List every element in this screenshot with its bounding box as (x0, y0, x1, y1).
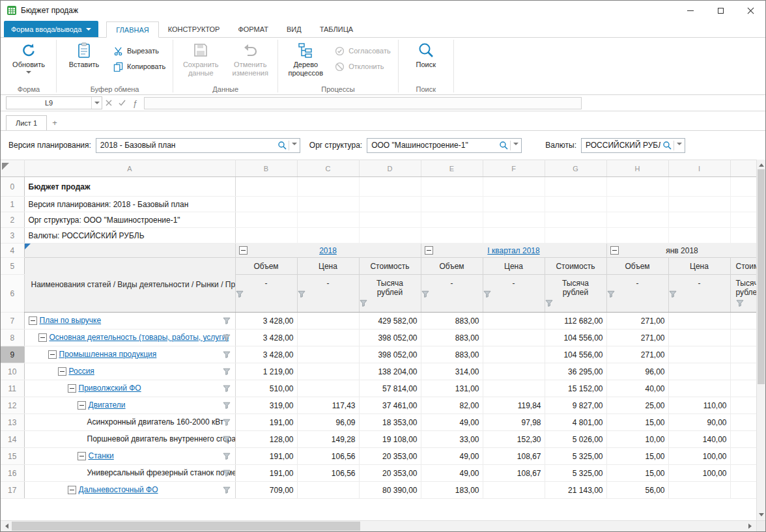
filter-icon[interactable] (223, 351, 231, 358)
insert-function-icon[interactable]: ƒ (128, 98, 141, 108)
data-cell[interactable]: 5 026,00 (545, 431, 606, 448)
search-button[interactable]: Поиск (402, 40, 450, 81)
data-cell[interactable]: 15,00 (606, 465, 668, 482)
data-cell[interactable]: 36 295,00 (545, 363, 606, 380)
paste-button[interactable]: Вставить (60, 40, 108, 81)
data-cell[interactable] (730, 482, 758, 499)
column-header-A[interactable]: A (24, 160, 235, 177)
approve-button[interactable]: Согласовать (331, 44, 394, 57)
collapse-icon[interactable] (425, 246, 433, 255)
empty-cell[interactable] (235, 228, 297, 244)
filter-icon[interactable] (223, 317, 231, 324)
empty-cell[interactable] (359, 228, 421, 244)
grid-corner-cell[interactable] (1, 160, 24, 177)
data-cell[interactable]: 149,28 (297, 431, 359, 448)
data-cell[interactable]: 106,56 (297, 465, 359, 482)
data-cell[interactable] (730, 363, 758, 380)
filter-icon[interactable] (669, 290, 730, 298)
period-group-label[interactable]: I квартал 2018 (487, 246, 539, 255)
empty-cell[interactable] (235, 212, 297, 228)
data-cell[interactable] (668, 380, 730, 397)
data-cell[interactable] (483, 363, 545, 380)
data-cell[interactable] (730, 346, 758, 363)
cancel-icon[interactable] (102, 100, 115, 106)
unit-header[interactable]: - (235, 275, 297, 313)
filter-icon[interactable] (298, 290, 359, 298)
filter-icon[interactable] (736, 300, 758, 307)
report-title-cell[interactable]: Бюджет продаж (24, 177, 235, 197)
tab-constructor[interactable]: КОНСТРУКТОР (159, 21, 229, 37)
collapse-icon[interactable] (78, 401, 86, 410)
row-label-cell[interactable]: Двигатели (24, 397, 235, 414)
data-cell[interactable]: 883,00 (421, 346, 483, 363)
tab-main[interactable]: ГЛАВНАЯ (106, 21, 158, 38)
row-header-9[interactable]: 9 (1, 346, 24, 363)
data-cell[interactable] (483, 329, 545, 346)
column-header-D[interactable]: D (359, 160, 421, 177)
filter-icon[interactable] (607, 290, 668, 298)
data-cell[interactable]: 15,00 (606, 414, 668, 431)
data-cell[interactable] (483, 313, 545, 329)
data-cell[interactable]: 883,00 (421, 313, 483, 329)
empty-cell[interactable] (606, 177, 668, 197)
measure-header[interactable]: Цена (297, 258, 359, 275)
row-label-cell[interactable]: Промышленная продукция (24, 346, 235, 363)
filter-icon[interactable] (223, 453, 231, 460)
column-header-H[interactable]: H (606, 160, 668, 177)
process-tree-button[interactable]: Дерево процессов (281, 40, 330, 81)
data-cell[interactable]: 398 052,00 (359, 329, 421, 346)
filter-icon[interactable] (223, 334, 231, 341)
collapse-icon[interactable] (58, 367, 66, 376)
data-cell[interactable]: 128,00 (235, 431, 297, 448)
chevron-down-icon[interactable] (91, 97, 102, 109)
empty-cell[interactable] (235, 177, 297, 197)
data-cell[interactable] (730, 465, 758, 482)
data-cell[interactable] (730, 380, 758, 397)
data-cell[interactable] (297, 346, 359, 363)
data-cell[interactable]: 271,00 (606, 313, 668, 329)
vertical-scroll-thumb[interactable] (758, 169, 765, 384)
reject-button[interactable]: Отклонить (331, 60, 394, 73)
save-data-button[interactable]: Сохранить данные (177, 40, 225, 81)
data-cell[interactable]: 57 814,00 (359, 380, 421, 397)
empty-cell[interactable] (421, 212, 483, 228)
unit-header[interactable]: - (421, 275, 483, 313)
org-structure-combo[interactable]: ООО "Машиностроение-1" (367, 138, 522, 153)
search-icon[interactable] (497, 139, 510, 152)
data-cell[interactable]: 3 428,00 (235, 329, 297, 346)
row-label[interactable]: Двигатели (89, 400, 126, 410)
data-cell[interactable]: 20 353,00 (359, 448, 421, 465)
period-group-header[interactable]: I квартал 2018 (421, 244, 606, 258)
tab-table[interactable]: ТАБЛИЦА (311, 21, 363, 37)
measure-header[interactable]: Стоимость (359, 258, 421, 275)
row-header-13[interactable]: 13 (1, 414, 24, 431)
row-header-1[interactable]: 1 (1, 197, 24, 212)
collapse-icon[interactable] (68, 486, 76, 494)
data-cell[interactable]: 20 353,00 (359, 465, 421, 482)
row-header-5[interactable]: 5 (1, 258, 24, 275)
data-cell[interactable]: 10,00 (606, 431, 668, 448)
data-cell[interactable] (668, 313, 730, 329)
data-cell[interactable]: 96,00 (606, 363, 668, 380)
data-cell[interactable] (297, 380, 359, 397)
data-cell[interactable] (483, 346, 545, 363)
empty-cell[interactable] (730, 228, 758, 244)
data-cell[interactable]: 5 325,00 (545, 465, 606, 482)
confirm-icon[interactable] (115, 100, 128, 106)
planning-version-combo[interactable]: 2018 - Базовый план (96, 138, 300, 153)
data-cell[interactable] (730, 448, 758, 465)
data-cell[interactable] (668, 482, 730, 499)
data-cell[interactable]: 191,00 (235, 448, 297, 465)
cell-reference-box[interactable]: L9 (6, 96, 102, 109)
horizontal-scroll-thumb[interactable] (12, 522, 360, 531)
data-cell[interactable]: 3 428,00 (235, 313, 297, 329)
tab-view[interactable]: ВИД (277, 21, 311, 37)
measure-header[interactable]: Цена (668, 258, 730, 275)
row-label-cell[interactable]: Основная деятельность (товары, работы, у… (24, 329, 235, 346)
data-cell[interactable]: 1 219,00 (235, 363, 297, 380)
collapse-icon[interactable] (38, 333, 47, 342)
empty-cell[interactable] (545, 177, 606, 197)
report-info-cell[interactable]: Версия планирования: 2018 - Базовый план (24, 197, 235, 212)
empty-cell[interactable] (606, 197, 668, 212)
row-label[interactable]: План по выручке (40, 316, 102, 326)
